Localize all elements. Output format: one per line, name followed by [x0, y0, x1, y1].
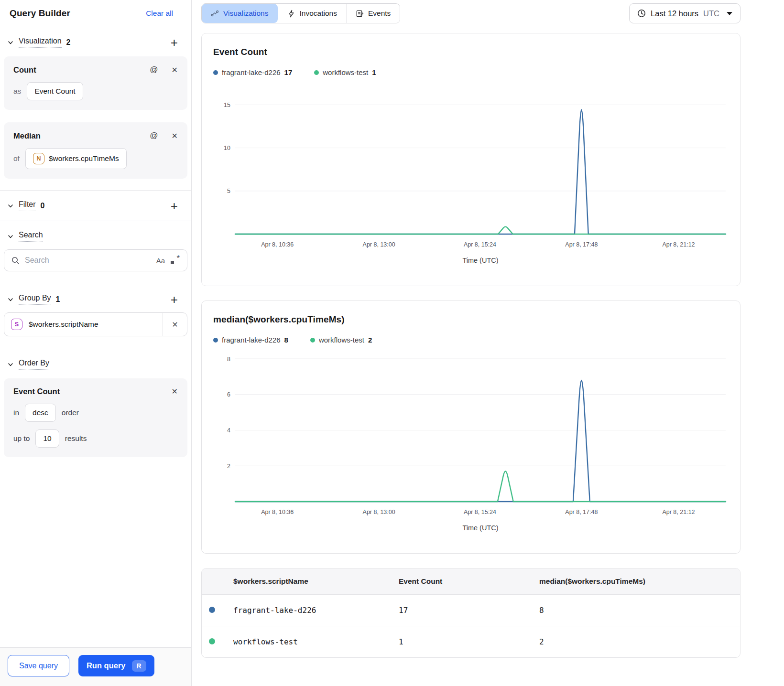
- svg-text:15: 15: [224, 102, 230, 108]
- svg-text:6: 6: [227, 391, 230, 398]
- search-field-container: Aa *: [4, 249, 187, 271]
- tab-label: Events: [368, 9, 391, 18]
- remove-median-icon[interactable]: ✕: [172, 131, 178, 140]
- numeric-field-icon: N: [33, 153, 44, 164]
- search-input[interactable]: [25, 256, 151, 265]
- cell-event-count: 17: [398, 595, 538, 626]
- group-by-count: 1: [56, 295, 60, 304]
- visualization-card-count: Count @ ✕ as Event Count: [4, 56, 187, 110]
- group-by-field-name: $workers.scriptName: [29, 320, 163, 329]
- chevron-down-icon[interactable]: [7, 39, 14, 46]
- limit-input[interactable]: 10: [35, 429, 59, 448]
- svg-text:Apr 8, 10:36: Apr 8, 10:36: [261, 509, 294, 515]
- column-header-script-name: $workers.scriptName: [232, 568, 398, 595]
- column-header-event-count: Event Count: [398, 568, 538, 595]
- visualization-label[interactable]: Visualization: [19, 37, 62, 48]
- remove-order-by-icon[interactable]: ✕: [172, 387, 178, 396]
- string-field-icon: S: [11, 319, 22, 330]
- order-by-label[interactable]: Order By: [19, 359, 49, 370]
- cell-median: 2: [538, 626, 740, 658]
- count-card-title: Count: [13, 65, 36, 75]
- filter-count: 0: [41, 202, 45, 210]
- order-by-field: Event Count: [13, 387, 60, 396]
- dot-column-header: [202, 568, 232, 595]
- cell-event-count: 1: [398, 626, 538, 658]
- section-search: Search Aa *: [0, 221, 191, 284]
- svg-text:5: 5: [227, 188, 230, 194]
- svg-text:10: 10: [224, 145, 230, 151]
- median-field-name: $workers.cpuTimeMs: [49, 154, 119, 163]
- match-case-toggle[interactable]: Aa: [156, 257, 165, 265]
- chart-title: Event Count: [213, 47, 732, 57]
- legend-series-name: fragrant-lake-d226: [222, 336, 281, 344]
- legend-item[interactable]: fragrant-lake-d226 17: [213, 68, 292, 76]
- order-direction-select[interactable]: desc: [25, 404, 56, 422]
- legend-item[interactable]: fragrant-lake-d226 8: [213, 336, 288, 344]
- legend-item[interactable]: workflows-test 2: [310, 336, 372, 344]
- chart-card-event-count: Event Count fragrant-lake-d226 17 workfl…: [201, 33, 740, 286]
- alias-at-icon[interactable]: @: [150, 131, 158, 140]
- in-label: in: [13, 408, 19, 417]
- chevron-down-icon[interactable]: [7, 233, 14, 240]
- svg-text:Time (UTC): Time (UTC): [462, 257, 498, 264]
- caret-down-icon: [727, 12, 732, 15]
- results-table: $workers.scriptName Event Count median($…: [202, 568, 740, 657]
- chevron-down-icon[interactable]: [7, 361, 14, 368]
- time-range-selector[interactable]: Last 12 hours UTC: [629, 3, 740, 23]
- search-icon: [11, 257, 20, 265]
- svg-text:Apr 8, 21:12: Apr 8, 21:12: [662, 509, 695, 515]
- chart-legend: fragrant-lake-d226 8 workflows-test 2: [213, 336, 732, 344]
- legend-series-name: workflows-test: [319, 336, 364, 344]
- column-header-median: median($workers.cpuTimeMs): [538, 568, 740, 595]
- median-card-title: Median: [13, 131, 41, 140]
- legend-dot: [314, 70, 319, 75]
- up-to-label: up to: [13, 434, 30, 443]
- legend-dot: [310, 338, 315, 343]
- median-field-selector[interactable]: N $workers.cpuTimeMs: [25, 148, 127, 169]
- add-visualization-button[interactable]: +: [167, 38, 182, 47]
- line-chart-median-cputime: 2468Apr 8, 10:36Apr 8, 13:00Apr 8, 15:24…: [213, 346, 732, 545]
- remove-group-by-icon[interactable]: ✕: [163, 320, 187, 329]
- tab-label: Visualizations: [223, 9, 269, 18]
- remove-count-icon[interactable]: ✕: [172, 65, 178, 75]
- svg-text:Apr 8, 17:48: Apr 8, 17:48: [565, 241, 598, 248]
- svg-text:Time (UTC): Time (UTC): [462, 524, 498, 532]
- results-label: results: [65, 434, 87, 443]
- run-query-label: Run query: [87, 661, 126, 670]
- chevron-down-icon[interactable]: [7, 296, 14, 303]
- order-label: order: [62, 408, 79, 417]
- legend-item[interactable]: workflows-test 1: [314, 68, 376, 76]
- chevron-down-icon[interactable]: [7, 202, 14, 210]
- legend-series-value: 1: [372, 68, 376, 76]
- filter-label[interactable]: Filter: [19, 200, 36, 211]
- add-filter-button[interactable]: +: [167, 202, 182, 210]
- save-query-button[interactable]: Save query: [8, 655, 69, 676]
- count-alias-field[interactable]: Event Count: [27, 82, 83, 100]
- time-range-label: Last 12 hours: [651, 9, 698, 18]
- section-order-by: Order By Event Count ✕ in desc order up …: [0, 349, 191, 469]
- svg-text:Apr 8, 17:48: Apr 8, 17:48: [565, 509, 598, 515]
- tab-invocations[interactable]: Invocations: [278, 4, 346, 23]
- svg-text:Apr 8, 10:36: Apr 8, 10:36: [261, 241, 294, 248]
- sidebar-footer: Save query Run query R: [0, 647, 191, 686]
- regex-toggle-icon[interactable]: *: [170, 256, 180, 265]
- tab-events[interactable]: Events: [346, 4, 400, 23]
- chart-card-median-cputime: median($workers.cpuTimeMs) fragrant-lake…: [201, 300, 740, 554]
- legend-series-value: 8: [284, 336, 288, 344]
- clear-all-link[interactable]: Clear all: [146, 9, 173, 18]
- cell-script-name: workflows-test: [232, 626, 398, 658]
- group-by-field[interactable]: S $workers.scriptName ✕: [4, 312, 187, 336]
- table-header-row: $workers.scriptName Event Count median($…: [202, 568, 740, 595]
- table-row: workflows-test 1 2: [202, 626, 740, 658]
- main-panel: Visualizations Invocations Events Last 1…: [192, 0, 784, 686]
- search-label[interactable]: Search: [19, 231, 43, 242]
- run-query-button[interactable]: Run query R: [78, 655, 154, 676]
- of-label: of: [13, 154, 20, 163]
- series-color-dot: [209, 607, 215, 613]
- alias-at-icon[interactable]: @: [150, 65, 158, 75]
- svg-text:Apr 8, 21:12: Apr 8, 21:12: [662, 241, 695, 248]
- tab-visualizations[interactable]: Visualizations: [202, 4, 278, 23]
- svg-text:Apr 8, 15:24: Apr 8, 15:24: [464, 241, 496, 248]
- add-group-by-button[interactable]: +: [167, 295, 182, 304]
- group-by-label[interactable]: Group By: [19, 294, 51, 305]
